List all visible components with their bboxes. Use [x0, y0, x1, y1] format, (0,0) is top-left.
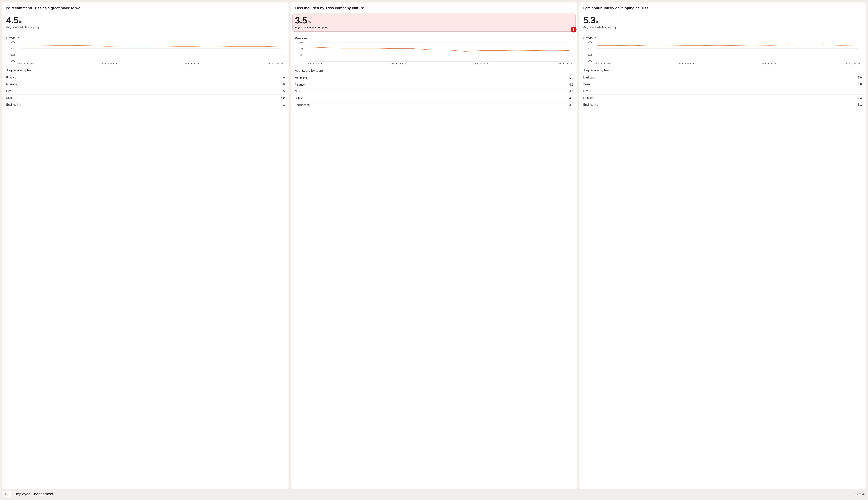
engagement-card[interactable]: I'd recommend Triss as a great place to …	[2, 2, 288, 489]
score-box-alert: 3.5 /6 Avg. score whole company !	[292, 13, 576, 32]
previous-label: Previous	[6, 36, 285, 40]
team-name: Sales	[583, 83, 590, 86]
team-value: 4.6	[569, 97, 573, 100]
team-row: Sales5.8	[583, 81, 862, 88]
team-row: Engineering3.2	[295, 102, 573, 108]
team-value: 4.8	[569, 90, 573, 93]
svg-text:2019: 2019	[17, 62, 34, 65]
svg-text:2022: 2022	[267, 62, 284, 65]
trend-chart: 02462019202020212022	[6, 41, 285, 65]
team-value: 6	[283, 76, 285, 79]
svg-text:0: 0	[11, 60, 15, 62]
by-team-label: Avg. score by team	[583, 68, 862, 72]
svg-text:2021: 2021	[761, 62, 778, 65]
team-row: Finance6	[6, 74, 285, 81]
team-value: 5.2	[569, 83, 573, 86]
svg-text:2020: 2020	[389, 63, 406, 65]
svg-text:2: 2	[11, 54, 15, 56]
svg-text:4: 4	[299, 48, 304, 50]
team-name: Marketing	[295, 76, 307, 80]
team-value: 5.9	[858, 76, 862, 79]
team-value: 5.6	[281, 83, 285, 86]
team-name: Ops	[295, 90, 300, 93]
footer-left: Triss Employee Engagement	[3, 491, 53, 497]
score-subtitle: Avg. score whole company	[583, 26, 862, 29]
team-row: Engineering4.1	[6, 101, 285, 108]
svg-text:2022: 2022	[556, 63, 572, 65]
svg-text:2022: 2022	[844, 62, 861, 65]
svg-text:2: 2	[588, 54, 592, 56]
engagement-card[interactable]: I feel included by Triss company culture…	[291, 2, 577, 489]
by-team-label: Avg. score by team	[6, 68, 285, 72]
svg-text:6: 6	[299, 42, 304, 44]
clock: 13:54	[855, 492, 865, 496]
team-name: Ops	[583, 90, 588, 93]
svg-text:6: 6	[588, 41, 592, 43]
card-title: I'd recommend Triss as a great place to …	[6, 6, 285, 10]
team-name: Engineering	[6, 103, 21, 106]
trend-chart: 02462019202020212022	[583, 41, 862, 65]
score-main: 4.5 /6	[6, 15, 285, 25]
score-max: /6	[19, 20, 22, 24]
svg-text:2: 2	[299, 54, 304, 56]
svg-text:4: 4	[588, 47, 592, 49]
team-name: Engineering	[295, 103, 309, 106]
svg-text:2019: 2019	[306, 63, 322, 65]
card-title: I feel included by Triss company culture	[295, 6, 573, 10]
score-value: 5.3	[583, 15, 595, 25]
dashboard-title: Employee Engagement	[13, 492, 53, 496]
team-value: 3.2	[569, 103, 573, 106]
score-main: 3.5 /6	[295, 15, 573, 25]
team-row: Ops4.8	[295, 88, 573, 95]
team-name: Sales	[295, 97, 302, 100]
svg-text:0: 0	[588, 60, 592, 62]
team-row: Sales4.6	[295, 95, 573, 102]
team-name: Ops	[6, 90, 11, 93]
team-row: Finance5.3	[583, 95, 862, 101]
team-row: Ops5.7	[583, 88, 862, 95]
svg-text:2019: 2019	[594, 62, 611, 65]
team-value: 4.9	[281, 96, 285, 100]
svg-text:2020: 2020	[100, 62, 117, 65]
previous-label: Previous	[583, 36, 862, 40]
svg-text:0: 0	[299, 60, 304, 62]
team-value: 5.2	[569, 76, 573, 80]
team-name: Sales	[6, 96, 13, 100]
score-subtitle: Avg. score whole company	[6, 26, 285, 29]
brand-logo: Triss	[3, 491, 11, 497]
team-row: Marketing5.9	[583, 74, 862, 81]
footer-bar: Triss Employee Engagement 13:54	[2, 489, 866, 498]
svg-text:2021: 2021	[184, 62, 201, 65]
team-list: Marketing5.9 Sales5.8 Ops5.7 Finance5.3 …	[583, 74, 862, 108]
team-row: Finance5.2	[295, 81, 573, 88]
score-main: 5.3 /6	[583, 15, 862, 25]
team-name: Finance	[583, 96, 593, 100]
score-max: /6	[596, 20, 599, 24]
team-row: Marketing5.6	[6, 81, 285, 88]
team-value: 5.8	[858, 83, 862, 86]
team-name: Finance	[6, 76, 16, 79]
team-row: Engineering5.1	[583, 101, 862, 108]
team-value: 5.7	[858, 90, 862, 93]
team-name: Marketing	[583, 76, 595, 79]
svg-text:4: 4	[11, 47, 15, 49]
score-subtitle: Avg. score whole company	[295, 26, 573, 29]
svg-text:2021: 2021	[472, 63, 489, 65]
team-value: 5.3	[858, 96, 862, 100]
score-value: 4.5	[6, 15, 18, 25]
team-name: Marketing	[6, 83, 19, 86]
team-row: Sales4.9	[6, 95, 285, 101]
svg-text:6: 6	[11, 41, 15, 43]
alert-icon: !	[571, 26, 576, 33]
team-value: 4.1	[281, 103, 285, 106]
svg-text:2020: 2020	[677, 62, 694, 65]
card-title: I am continuously developing at Triss	[583, 6, 862, 10]
by-team-label: Avg. score by team	[295, 69, 573, 72]
trend-chart: 02462019202020212022	[295, 41, 573, 66]
previous-label: Previous	[295, 36, 573, 40]
team-row: Marketing5.2	[295, 75, 573, 81]
score-box: 4.5 /6 Avg. score whole company	[4, 13, 287, 31]
team-name: Engineering	[583, 103, 598, 106]
team-value: 5	[283, 90, 285, 93]
engagement-card[interactable]: I am continuously developing at Triss 5.…	[580, 2, 866, 489]
